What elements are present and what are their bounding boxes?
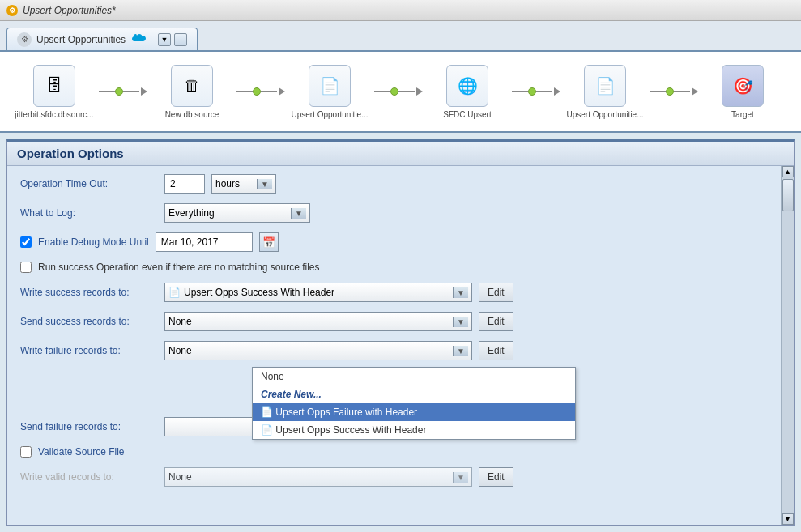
operation-timeout-row: Operation Time Out: hours ▼ bbox=[20, 174, 781, 194]
what-to-log-arrow: ▼ bbox=[291, 208, 306, 219]
write-valid-value: None bbox=[168, 471, 192, 483]
node-icon-2: 🗑 bbox=[177, 70, 207, 101]
enable-debug-checkbox[interactable] bbox=[20, 236, 32, 248]
write-failure-select[interactable]: None ▼ bbox=[164, 341, 472, 360]
tab-icon: ⚙ bbox=[17, 32, 32, 47]
line-3 bbox=[374, 91, 390, 92]
workflow-node-6[interactable]: 🎯 Target bbox=[698, 65, 787, 119]
dropdown-option-success-header[interactable]: 📄 Upsert Opps Success With Header bbox=[253, 421, 575, 439]
write-valid-select[interactable]: None ▼ bbox=[164, 467, 472, 487]
node-icon-box-4: 🌐 bbox=[446, 65, 488, 107]
send-success-row: Send success records to: None ▼ Edit bbox=[20, 312, 781, 331]
tab-bar: ⚙ Upsert Opportunities ▼ — bbox=[0, 21, 801, 52]
workflow-node-4[interactable]: 🌐 SFDC Upsert bbox=[423, 65, 512, 119]
scrollbar-down-arrow[interactable]: ▼ bbox=[782, 513, 794, 525]
tab-title: Upsert Opportunities bbox=[36, 34, 126, 45]
workflow-nodes: 🗄 jitterbit.sfdc.dbsourc... 🗑 New db sou… bbox=[10, 65, 787, 119]
tab-dropdown-button[interactable]: ▼ bbox=[158, 33, 171, 46]
operation-timeout-input[interactable] bbox=[164, 174, 205, 194]
arrow-1 bbox=[141, 87, 147, 96]
write-failure-dropdown: None Create New... 📄 Upsert Opps Failure… bbox=[252, 367, 576, 440]
arrow-3 bbox=[416, 87, 423, 96]
node-icon-box-2: 🗑 bbox=[171, 65, 213, 107]
line-3b bbox=[398, 91, 415, 92]
title-bar-icon: ⚙ bbox=[6, 5, 18, 16]
dropdown-option-success-icon: 📄 bbox=[261, 424, 275, 436]
node-label-6: Target bbox=[731, 110, 754, 119]
dialog-title: Operation Options bbox=[7, 142, 794, 166]
enable-debug-label: Enable Debug Mode Until bbox=[38, 236, 149, 248]
dropdown-option-failure-header[interactable]: 📄 Upsert Opps Failure with Header bbox=[253, 403, 575, 421]
write-success-label: Write success records to: bbox=[20, 287, 158, 298]
send-success-select[interactable]: None ▼ bbox=[164, 312, 472, 331]
workflow-node-3[interactable]: 📄 Upsert Opportunitie... bbox=[285, 65, 374, 119]
write-success-edit-button[interactable]: Edit bbox=[479, 283, 513, 302]
what-to-log-select[interactable]: Everything ▼ bbox=[164, 203, 310, 223]
connector-1 bbox=[99, 87, 147, 96]
write-valid-edit-button[interactable]: Edit bbox=[479, 467, 513, 487]
connector-3 bbox=[374, 87, 423, 96]
salesforce-icon bbox=[130, 34, 147, 45]
write-valid-row: Write valid records to: None ▼ Edit bbox=[20, 467, 781, 487]
node-icon-1: 🗄 bbox=[39, 70, 70, 101]
node-icon-5: 📄 bbox=[590, 70, 620, 101]
main-area: Operation Options Operation Time Out: ho… bbox=[0, 133, 801, 532]
dropdown-option-none[interactable]: None bbox=[253, 368, 575, 385]
validate-source-label: Validate Source File bbox=[38, 446, 125, 458]
arrow-2 bbox=[279, 87, 285, 96]
arrow-5 bbox=[692, 87, 698, 96]
workflow-node-5[interactable]: 📄 Upsert Opportunitie... bbox=[560, 65, 650, 119]
line-4b bbox=[536, 91, 552, 92]
dropdown-option-create-new[interactable]: Create New... bbox=[253, 385, 575, 403]
node-label-4: SFDC Upsert bbox=[443, 110, 491, 119]
node-label-5: Upsert Opportunitie... bbox=[566, 110, 643, 119]
node-label-2: New db source bbox=[165, 110, 219, 119]
main-tab[interactable]: ⚙ Upsert Opportunities ▼ — bbox=[6, 28, 198, 50]
tab-minimize-button[interactable]: — bbox=[174, 33, 187, 46]
title-bar-text: Upsert Opportunities* bbox=[23, 5, 116, 16]
workflow-node-2[interactable]: 🗑 New db source bbox=[147, 65, 236, 119]
connector-5 bbox=[650, 87, 698, 96]
node-label-3: Upsert Opportunitie... bbox=[291, 110, 368, 119]
dialog-content: Operation Time Out: hours ▼ What to Log:… bbox=[7, 166, 794, 525]
operation-timeout-unit-select[interactable]: hours ▼ bbox=[211, 174, 276, 194]
send-success-value: None bbox=[168, 316, 192, 327]
operation-timeout-unit-arrow: ▼ bbox=[257, 179, 272, 189]
tab-controls: ▼ — bbox=[158, 33, 187, 46]
what-to-log-value: Everything bbox=[168, 207, 215, 219]
dot-1 bbox=[115, 87, 123, 96]
send-failure-label: Send failure records to: bbox=[20, 421, 158, 432]
node-icon-box-3: 📄 bbox=[309, 65, 351, 107]
run-success-row: Run success Operation even if there are … bbox=[20, 262, 781, 273]
debug-date-input[interactable] bbox=[156, 232, 253, 252]
write-success-row: Write success records to: 📄 Upsert Opps … bbox=[20, 283, 781, 302]
write-failure-edit-button[interactable]: Edit bbox=[479, 341, 513, 360]
validate-source-checkbox[interactable] bbox=[20, 446, 32, 458]
dropdown-option-failure-icon: 📄 bbox=[261, 406, 275, 418]
what-to-log-row: What to Log: Everything ▼ bbox=[20, 203, 781, 223]
workflow-node-1[interactable]: 🗄 jitterbit.sfdc.dbsourc... bbox=[10, 65, 99, 119]
calendar-button[interactable]: 📅 bbox=[259, 232, 279, 252]
write-success-select[interactable]: 📄 Upsert Opps Success With Header ▼ bbox=[164, 283, 472, 302]
write-success-arrow: ▼ bbox=[453, 287, 468, 298]
arrow-4 bbox=[554, 87, 560, 96]
title-bar: ⚙ Upsert Opportunities* bbox=[0, 0, 801, 21]
workflow-canvas: 🗄 jitterbit.sfdc.dbsourc... 🗑 New db sou… bbox=[0, 52, 801, 133]
node-icon-3: 📄 bbox=[314, 70, 345, 101]
write-failure-arrow: ▼ bbox=[453, 346, 468, 356]
dot-3 bbox=[390, 87, 398, 96]
write-success-value: Upsert Opps Success With Header bbox=[184, 287, 334, 298]
run-success-label: Run success Operation even if there are … bbox=[38, 262, 320, 273]
node-label-1: jitterbit.sfdc.dbsourc... bbox=[15, 110, 93, 119]
scrollbar-up-arrow[interactable]: ▲ bbox=[782, 166, 794, 177]
send-success-edit-button[interactable]: Edit bbox=[479, 312, 513, 331]
write-valid-arrow: ▼ bbox=[453, 472, 468, 483]
connector-4 bbox=[512, 87, 560, 96]
line-5 bbox=[650, 91, 666, 92]
dialog-panel: Operation Options Operation Time Out: ho… bbox=[6, 139, 795, 526]
run-success-checkbox[interactable] bbox=[20, 262, 32, 273]
what-to-log-label: What to Log: bbox=[20, 207, 158, 219]
line-2b bbox=[261, 91, 277, 92]
scrollbar-thumb[interactable] bbox=[782, 179, 794, 211]
scrollbar[interactable]: ▲ ▼ bbox=[781, 166, 794, 525]
